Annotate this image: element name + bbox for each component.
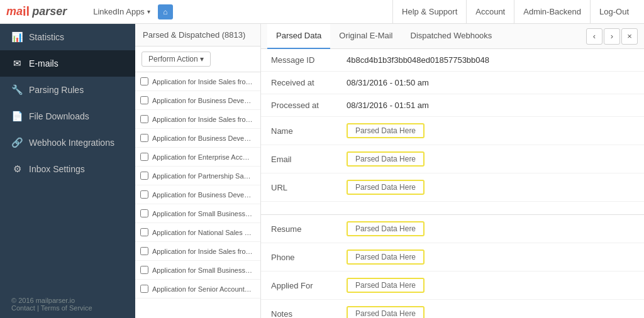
email-checkbox-3[interactable]: [140, 134, 148, 142]
field-value-url: Parsed Data Here: [336, 173, 644, 202]
email-item-text: Application for Inside Sales fro…: [152, 248, 253, 255]
sidebar-item-parsing-rules[interactable]: 🔧 Parsing Rules: [0, 77, 135, 103]
field-label-url: URL: [261, 173, 336, 202]
field-value-name: Parsed Data Here: [336, 117, 644, 145]
table-row: Phone Parsed Data Here: [261, 243, 644, 271]
spacer-row: [261, 202, 644, 215]
help-support-link[interactable]: Help & Support: [392, 0, 466, 24]
top-nav: mailparser LinkedIn Apps ⌂ Help & Suppor…: [0, 0, 644, 24]
sidebar-label-emails: E-mails: [29, 58, 58, 69]
prev-button[interactable]: ‹: [586, 28, 602, 45]
email-checkbox-10[interactable]: [140, 266, 148, 274]
footer-links: Contact | Terms of Service: [11, 304, 124, 312]
table-row: Email Parsed Data Here: [261, 145, 644, 173]
field-label-notes: Notes: [261, 300, 336, 319]
inbox-settings-icon: ⚙: [11, 163, 23, 175]
main-layout: 📊 Statistics ✉ E-mails 🔧 Parsing Rules 📄…: [0, 24, 644, 318]
field-label-name: Name: [261, 117, 336, 145]
parsed-badge-applied-for: Parsed Data Here: [347, 278, 425, 293]
close-button[interactable]: ×: [621, 28, 638, 45]
email-item-text: Application for Business Deve…: [152, 97, 251, 104]
table-row: Notes Parsed Data Here: [261, 300, 644, 319]
action-bar: Perform Action ▾: [135, 47, 260, 72]
home-button[interactable]: ⌂: [158, 4, 173, 19]
field-value-notes: Parsed Data Here: [336, 300, 644, 319]
list-item[interactable]: Application for Small Business…: [135, 261, 260, 280]
table-row: Received at 08/31/2016 - 01:50 am: [261, 72, 644, 94]
field-label-phone: Phone: [261, 243, 336, 271]
email-checkbox-11[interactable]: [140, 285, 148, 293]
detail-panel: Parsed Data Original E-Mail Dispatched W…: [261, 24, 644, 318]
detail-tabs: Parsed Data Original E-Mail Dispatched W…: [261, 24, 644, 49]
tab-parsed-data[interactable]: Parsed Data: [267, 24, 330, 49]
email-checkbox-4[interactable]: [140, 153, 148, 161]
field-label-processed-at: Processed at: [261, 94, 336, 117]
terms-link[interactable]: Terms of Service: [41, 304, 92, 312]
account-link[interactable]: Account: [466, 0, 514, 24]
next-button[interactable]: ›: [604, 28, 620, 45]
perform-action-button[interactable]: Perform Action ▾: [142, 52, 211, 67]
parsed-badge-notes: Parsed Data Here: [347, 306, 425, 318]
list-item[interactable]: Application for Business Deve…: [135, 185, 260, 204]
sidebar-label-file-downloads: File Downloads: [29, 111, 89, 121]
tab-navigation-buttons: ‹ › ×: [586, 28, 638, 45]
email-item-text: Application for Business Deve…: [152, 191, 251, 199]
email-checkbox-2[interactable]: [140, 115, 148, 123]
list-item[interactable]: Application for Partnership Sa…: [135, 167, 260, 185]
sidebar-item-webhook-integrations[interactable]: 🔗 Webhook Integrations: [0, 129, 135, 156]
tab-dispatched-webhooks[interactable]: Dispatched Webhooks: [402, 24, 501, 49]
admin-backend-link[interactable]: Admin-Backend: [514, 0, 590, 24]
email-checkbox-1[interactable]: [140, 96, 148, 104]
email-checkbox-5[interactable]: [140, 172, 148, 180]
parsed-badge-name: Parsed Data Here: [347, 123, 425, 138]
table-row: Applied For Parsed Data Here: [261, 271, 644, 300]
email-item-text: Application for Inside Sales fro…: [152, 116, 253, 123]
email-checkbox-8[interactable]: [140, 228, 148, 236]
parsed-badge-email: Parsed Data Here: [347, 151, 425, 167]
email-checkbox-7[interactable]: [140, 209, 148, 217]
email-item-text: Application for Small Business…: [152, 266, 252, 274]
list-item[interactable]: Application for Senior Account…: [135, 280, 260, 299]
field-label-received-at: Received at: [261, 72, 336, 94]
sidebar-item-statistics[interactable]: 📊 Statistics: [0, 24, 135, 50]
parsed-badge-url: Parsed Data Here: [347, 180, 425, 195]
email-list-panel: Parsed & Dispatched (8813) Perform Actio…: [135, 24, 261, 318]
field-label-applied-for: Applied For: [261, 271, 336, 300]
email-item-text: Application for Enterprise Acc…: [152, 153, 250, 161]
list-item[interactable]: Application for Inside Sales fro…: [135, 110, 260, 129]
list-item[interactable]: Application for Inside Sales fro…: [135, 242, 260, 261]
sidebar-item-file-downloads[interactable]: 📄 File Downloads: [0, 103, 135, 129]
logo-mail: ma: [6, 5, 23, 18]
list-item[interactable]: Application for Business Deve…: [135, 129, 260, 148]
field-value-phone: Parsed Data Here: [336, 243, 644, 271]
list-item[interactable]: Application for National Sales …: [135, 223, 260, 242]
email-checkbox-9[interactable]: [140, 247, 148, 255]
list-item[interactable]: Application for Inside Sales fro…: [135, 72, 260, 91]
detail-content: Message ID 4b8cd4b1b3f3bb048ed01857753bb…: [261, 49, 644, 318]
sidebar-item-emails[interactable]: ✉ E-mails: [0, 50, 135, 77]
copyright-text: © 2016 mailparser.io: [11, 297, 124, 304]
tab-original-email[interactable]: Original E-Mail: [330, 24, 401, 49]
logout-link[interactable]: Log-Out: [590, 0, 638, 24]
field-value-applied-for: Parsed Data Here: [336, 271, 644, 300]
table-row: URL Parsed Data Here: [261, 173, 644, 202]
field-value-processed-at: 08/31/2016 - 01:51 am: [336, 94, 644, 117]
emails-icon: ✉: [11, 58, 23, 69]
list-item[interactable]: Application for Enterprise Acc…: [135, 148, 260, 167]
center-links: LinkedIn Apps ⌂: [86, 4, 392, 19]
email-checkbox-6[interactable]: [140, 190, 148, 199]
sidebar-label-inbox-settings: Inbox Settings: [29, 164, 85, 174]
sidebar-label-parsing-rules: Parsing Rules: [29, 85, 84, 95]
email-checkbox-0[interactable]: [140, 77, 148, 85]
sidebar-footer: © 2016 mailparser.io Contact | Terms of …: [0, 290, 135, 318]
email-item-text: Application for Partnership Sa…: [152, 172, 251, 180]
contact-link[interactable]: Contact: [11, 304, 35, 312]
field-label-resume: Resume: [261, 215, 336, 243]
parsing-rules-icon: 🔧: [11, 84, 23, 96]
sidebar-item-inbox-settings[interactable]: ⚙ Inbox Settings: [0, 156, 135, 182]
field-value-email: Parsed Data Here: [336, 145, 644, 173]
sidebar-label-webhook: Webhook Integrations: [29, 138, 114, 148]
linkedin-apps-link[interactable]: LinkedIn Apps: [86, 7, 158, 16]
list-item[interactable]: Application for Small Business…: [135, 204, 260, 223]
list-item[interactable]: Application for Business Deve…: [135, 91, 260, 110]
